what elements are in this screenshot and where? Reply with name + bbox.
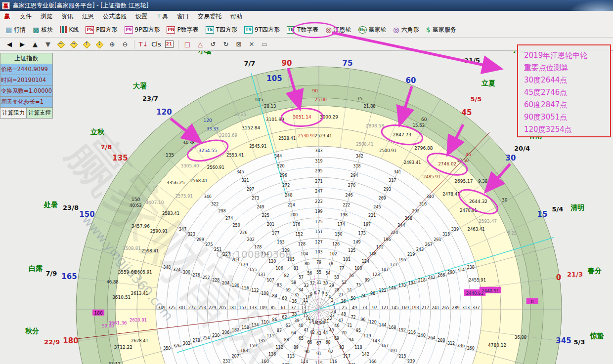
svg-text:62: 62 xyxy=(282,315,287,320)
toolbar-button-赢家服务[interactable]: $赢家服务 xyxy=(423,24,460,36)
toolbar-label: 江恩轮 xyxy=(334,26,351,34)
rotate-cw-tool[interactable]: ↻ xyxy=(220,39,232,49)
svg-text:169: 169 xyxy=(401,306,409,310)
toolbar-button-K线[interactable]: K线 xyxy=(56,24,82,36)
svg-text:3712.22: 3712.22 xyxy=(114,345,132,350)
zoom-out-button[interactable]: ⊖ xyxy=(119,39,131,49)
svg-text:77: 77 xyxy=(339,266,344,271)
calc-support-button[interactable]: 计算支撑 xyxy=(27,108,53,119)
triangle-tool[interactable]: △ xyxy=(194,39,206,49)
menu-item-江恩[interactable]: 江恩 xyxy=(78,11,98,22)
svg-text:199: 199 xyxy=(315,209,322,214)
menu-item-浏览[interactable]: 浏览 xyxy=(36,11,57,22)
cls-button[interactable]: Cls xyxy=(150,39,162,49)
svg-text:70: 70 xyxy=(342,331,347,335)
svg-text:270: 270 xyxy=(348,183,355,188)
t-down-tool[interactable]: T↓ xyxy=(137,39,149,49)
rect-tool[interactable]: □ xyxy=(181,39,193,49)
toolbar-button-行情[interactable]: ▦行情 xyxy=(2,24,29,36)
svg-text:3305.40: 3305.40 xyxy=(180,163,199,168)
svg-text:79: 79 xyxy=(316,260,321,265)
svg-text:135: 135 xyxy=(112,154,128,162)
back-button[interactable]: ◀ xyxy=(3,39,15,49)
chart-area[interactable]: 1234567891011121314151617181920212223242… xyxy=(0,51,613,364)
svg-text:25.00: 25.00 xyxy=(315,97,327,102)
pan-down-button[interactable]: ↓ xyxy=(93,39,105,49)
calendar-button[interactable]: 21 xyxy=(163,39,175,49)
svg-text:201: 201 xyxy=(267,222,274,227)
svg-text:268: 268 xyxy=(405,216,412,221)
svg-text:216: 216 xyxy=(408,330,416,335)
menu-item-资讯[interactable]: 资讯 xyxy=(57,11,78,22)
menu-item-交易委托[interactable]: 交易委托 xyxy=(193,11,226,22)
svg-text:4780.12: 4780.12 xyxy=(488,343,506,348)
svg-text:107: 107 xyxy=(266,278,274,283)
svg-text:75: 75 xyxy=(357,96,362,101)
svg-text:27: 27 xyxy=(339,293,344,297)
rotate-ccw-tool[interactable]: ↺ xyxy=(207,39,219,49)
pointer-down-tool[interactable]: ▼ xyxy=(42,39,54,49)
svg-text:116: 116 xyxy=(330,360,337,364)
zoom-in-button[interactable]: ⊕ xyxy=(106,39,118,49)
svg-text:3610.51: 3610.51 xyxy=(112,295,131,300)
calc-resistance-button[interactable]: 计算阻力 xyxy=(0,108,27,119)
svg-text:2538.41: 2538.41 xyxy=(278,136,296,141)
svg-text:121: 121 xyxy=(381,306,389,310)
svg-text:240: 240 xyxy=(418,333,426,338)
svg-text:117: 117 xyxy=(343,354,350,359)
svg-text:39: 39 xyxy=(294,319,299,323)
svg-text:278: 278 xyxy=(193,338,200,343)
svg-text:250: 250 xyxy=(232,223,240,228)
menu-item-公式选股[interactable]: 公式选股 xyxy=(98,11,131,22)
box-x-tool[interactable]: ⊠ xyxy=(233,39,245,49)
menu-item-窗口[interactable]: 窗口 xyxy=(173,11,193,22)
toolbar-separator xyxy=(178,40,178,49)
toolbar-button-P数字表[interactable]: PNP数字表 xyxy=(163,24,202,36)
svg-text:81: 81 xyxy=(294,266,299,271)
toolbar-button-板块[interactable]: ▩板块 xyxy=(29,24,56,36)
screen-tool[interactable]: ▭ xyxy=(259,39,270,49)
toolbar-button-T数字表[interactable]: TNT数字表 xyxy=(283,24,322,36)
pan-left-button[interactable]: ← xyxy=(55,39,67,49)
svg-text:35: 35 xyxy=(294,293,299,297)
menu-item-文件[interactable]: 文件 xyxy=(15,11,36,22)
toolbar-button-江恩轮[interactable]: ◎江恩轮 xyxy=(322,24,354,36)
svg-text:143: 143 xyxy=(372,339,380,343)
menu-item-设置[interactable]: 设置 xyxy=(131,11,152,22)
winner-wheel-icon: Big xyxy=(358,26,367,34)
svg-text:113: 113 xyxy=(287,354,295,359)
window-title: 赢家江恩专业版[赢家服务平台] - [上证指数 江恩轮] xyxy=(13,1,149,10)
svg-text:63: 63 xyxy=(286,324,291,328)
pointer-up-tool[interactable]: ▲ xyxy=(29,39,41,49)
toolbar-button-T四方形[interactable]: TST四方形 xyxy=(202,24,241,36)
svg-text:122: 122 xyxy=(379,288,386,293)
toolbar-button-9T四方形[interactable]: T99T四方形 xyxy=(241,24,283,36)
svg-text:293: 293 xyxy=(384,187,391,192)
svg-text:173: 173 xyxy=(358,231,366,236)
svg-text:99: 99 xyxy=(365,278,370,283)
forward-button[interactable]: ▶ xyxy=(16,39,28,49)
svg-text:3254.55: 3254.55 xyxy=(199,148,217,153)
svg-text:白露: 白露 xyxy=(29,264,43,272)
svg-text:196: 196 xyxy=(383,238,391,242)
svg-text:249: 249 xyxy=(257,205,264,209)
toolbar-button-赢家轮[interactable]: Big赢家轮 xyxy=(355,24,390,36)
toolbar-button-P四方形[interactable]: PSP四方形 xyxy=(82,24,121,36)
menu-item-帮助[interactable]: 帮助 xyxy=(226,11,247,22)
svg-text:大署: 大署 xyxy=(133,82,147,90)
svg-text:38: 38 xyxy=(292,312,297,317)
cross-tool[interactable]: ✕ xyxy=(246,39,258,49)
menu-item-工具[interactable]: 工具 xyxy=(152,11,173,22)
svg-text:22/9: 22/9 xyxy=(44,338,60,346)
svg-text:90: 90 xyxy=(305,350,309,354)
application-window: 赢 赢家江恩专业版[赢家服务平台] - [上证指数 江恩轮] 赢 文件浏览资讯江… xyxy=(0,0,613,364)
svg-text:32: 32 xyxy=(310,281,315,285)
toolbar-button-9P四方形[interactable]: P99P四方形 xyxy=(121,24,164,36)
svg-text:75: 75 xyxy=(356,283,361,287)
svg-text:219: 219 xyxy=(407,252,415,257)
toolbar-button-六角形[interactable]: ◎六角形 xyxy=(390,24,423,36)
pan-right-button[interactable]: → xyxy=(68,39,80,49)
svg-text:31.25: 31.25 xyxy=(234,112,246,117)
pan-up-button[interactable]: ↑ xyxy=(81,39,92,49)
svg-text:6: 6 xyxy=(321,291,324,295)
